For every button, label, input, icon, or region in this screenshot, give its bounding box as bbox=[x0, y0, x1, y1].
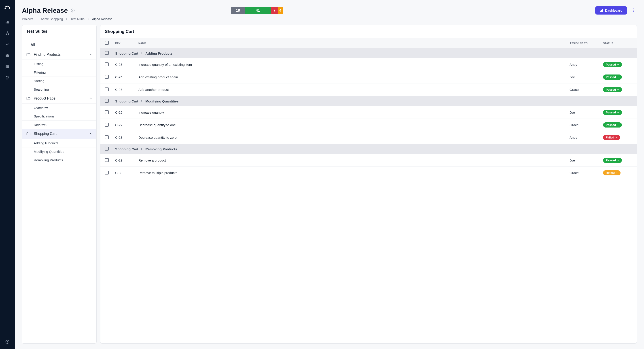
svg-rect-2 bbox=[8, 22, 9, 24]
table-row[interactable]: C-23Increase quantity of an existing ite… bbox=[100, 58, 636, 71]
row-checkbox[interactable] bbox=[105, 158, 109, 162]
tree-folder[interactable]: Product Page bbox=[22, 94, 96, 103]
row-checkbox[interactable] bbox=[105, 135, 109, 139]
table-header: KEY NAME ASSIGNED TO STATUS bbox=[100, 38, 636, 48]
more-menu-icon[interactable] bbox=[630, 7, 637, 14]
tree-child[interactable]: Filtering bbox=[22, 68, 96, 77]
row-name: Add another product bbox=[138, 88, 570, 92]
chevron-up-icon bbox=[89, 132, 92, 136]
nav-collapse-icon[interactable] bbox=[3, 338, 12, 346]
group-path-segment: Shopping Cart bbox=[115, 52, 138, 55]
row-name: Decrease quantity to one bbox=[138, 123, 570, 127]
row-assigned: Grace bbox=[570, 171, 603, 175]
svg-point-14 bbox=[633, 9, 634, 9]
svg-rect-3 bbox=[7, 32, 8, 33]
nav-reports-icon[interactable] bbox=[3, 18, 12, 26]
chevron-right-icon bbox=[140, 147, 143, 151]
table-row[interactable]: C-28Decrease quantity to zeroAndyFailed bbox=[100, 131, 636, 144]
tree-folder[interactable]: Shopping Cart bbox=[22, 129, 96, 139]
table-row[interactable]: C-26Increase quantityJoePassed bbox=[100, 106, 636, 119]
chevron-right-icon bbox=[66, 17, 68, 21]
group-checkbox[interactable] bbox=[105, 99, 109, 103]
nav-trends-icon[interactable] bbox=[3, 40, 12, 48]
svg-point-6 bbox=[6, 76, 7, 77]
dashboard-button-label: Dashboard bbox=[605, 9, 622, 12]
row-assigned: Andy bbox=[570, 63, 603, 67]
nav-table-icon[interactable] bbox=[3, 63, 12, 71]
table-row[interactable]: C-27Decrease quantity to oneGracePassed bbox=[100, 119, 636, 131]
status-pill[interactable]: Passed bbox=[603, 75, 622, 80]
tree-child[interactable]: Listing bbox=[22, 60, 96, 68]
row-checkbox[interactable] bbox=[105, 75, 109, 79]
status-pill[interactable]: Passed bbox=[603, 158, 622, 163]
folder-icon bbox=[26, 52, 31, 57]
tree-child[interactable]: Overview bbox=[22, 103, 96, 112]
breadcrumb-link[interactable]: Projects bbox=[22, 17, 33, 21]
row-checkbox[interactable] bbox=[105, 123, 109, 127]
status-pill[interactable]: Passed bbox=[603, 110, 622, 115]
svg-point-15 bbox=[633, 10, 634, 10]
table-row[interactable]: C-30Remove multiple productsGraceRetest bbox=[100, 167, 636, 179]
group-checkbox[interactable] bbox=[105, 51, 109, 55]
row-name: Add existing product again bbox=[138, 75, 570, 79]
folder-icon bbox=[26, 132, 31, 136]
row-name: Increase quantity of an existing item bbox=[138, 63, 570, 67]
status-pill[interactable]: Failed bbox=[603, 135, 620, 140]
row-assigned: Joe bbox=[570, 75, 603, 79]
col-assigned-header: ASSIGNED TO bbox=[570, 42, 603, 45]
row-name: Remove multiple products bbox=[138, 171, 570, 175]
row-checkbox[interactable] bbox=[105, 110, 109, 114]
tree-child[interactable]: Removing Products bbox=[22, 156, 96, 164]
chevron-right-icon bbox=[36, 17, 38, 21]
dashboard-button[interactable]: Dashboard bbox=[595, 6, 627, 15]
svg-point-8 bbox=[7, 79, 8, 79]
status-pill[interactable]: Passed bbox=[603, 122, 622, 128]
test-suites-tree: — All —Finding ProductsListingFilteringS… bbox=[22, 38, 96, 343]
nav-briefcase-icon[interactable] bbox=[3, 52, 12, 60]
tree-child[interactable]: Sorting bbox=[22, 77, 96, 85]
row-checkbox[interactable] bbox=[105, 171, 109, 175]
table-body: Shopping CartAdding ProductsC-23Increase… bbox=[100, 48, 636, 343]
table-row[interactable]: C-24Add existing product againJoePassed bbox=[100, 71, 636, 84]
breadcrumb-link[interactable]: Test Runs bbox=[70, 17, 84, 21]
tree-child[interactable]: Adding Products bbox=[22, 139, 96, 147]
tree-child[interactable]: Searching bbox=[22, 85, 96, 94]
row-checkbox[interactable] bbox=[105, 88, 109, 91]
row-key: C-27 bbox=[115, 123, 138, 127]
select-all-checkbox[interactable] bbox=[105, 41, 109, 45]
svg-rect-13 bbox=[602, 9, 603, 12]
progress-segment: 7 bbox=[271, 7, 278, 14]
nav-settings-icon[interactable] bbox=[3, 74, 12, 82]
folder-icon bbox=[26, 96, 31, 101]
group-path-segment: Removing Products bbox=[145, 147, 177, 151]
chevron-up-icon bbox=[89, 53, 92, 56]
status-pill[interactable]: Passed bbox=[603, 87, 622, 92]
col-status-header: STATUS bbox=[603, 42, 632, 45]
panel-title: Shopping Cart bbox=[100, 25, 636, 38]
group-checkbox[interactable] bbox=[105, 147, 109, 151]
row-key: C-30 bbox=[115, 171, 138, 175]
tree-child[interactable]: Specifications bbox=[22, 112, 96, 120]
row-checkbox[interactable] bbox=[105, 62, 109, 66]
tree-child[interactable]: Modifying Quantities bbox=[22, 147, 96, 156]
tree-child[interactable]: Reviews bbox=[22, 120, 96, 129]
col-name-header: NAME bbox=[138, 42, 570, 45]
chevron-right-icon bbox=[140, 99, 143, 103]
tree-folder-label: Finding Products bbox=[34, 53, 86, 57]
status-pill[interactable]: Passed bbox=[603, 62, 622, 67]
test-suites-title: Test Suites bbox=[22, 25, 96, 38]
tree-all[interactable]: — All — bbox=[22, 40, 96, 50]
breadcrumb-link[interactable]: Acme Shopping bbox=[41, 17, 63, 21]
group-row: Shopping CartRemoving Products bbox=[100, 144, 636, 154]
nav-hierarchy-icon[interactable] bbox=[3, 29, 12, 37]
app-logo[interactable] bbox=[4, 4, 11, 12]
tree-folder[interactable]: Finding Products bbox=[22, 50, 96, 60]
table-row[interactable]: C-25Add another productGracePassed bbox=[100, 84, 636, 96]
status-pill[interactable]: Retest bbox=[603, 170, 620, 175]
info-icon[interactable] bbox=[70, 8, 75, 13]
progress-segment: 4 bbox=[278, 7, 283, 14]
row-key: C-26 bbox=[115, 111, 138, 114]
svg-point-9 bbox=[6, 340, 9, 344]
svg-rect-1 bbox=[7, 21, 8, 24]
table-row[interactable]: C-29Remove a productJoePassed bbox=[100, 154, 636, 167]
